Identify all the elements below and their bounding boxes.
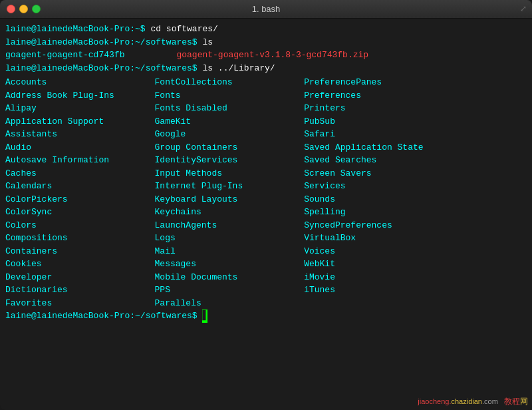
list-item: Audio [5,141,155,154]
list-item: Alipay [5,102,155,115]
list-item: Mail [155,245,305,258]
list-item: iTunes [304,284,527,297]
list-item: Saved Searches [304,154,527,167]
list-item: IdentityServices [155,154,305,167]
column-3: PreferencePanes Preferences Printers Pub… [304,76,527,309]
watermark-label-red: 教程 [504,397,520,406]
prompt-3: laine@lainedeMacBook-Pro:~/softwares$ [5,62,202,75]
file-2: goagent-goagent-v3.1.8-3-gcd743fb.zip [176,49,368,62]
cmd-1: cd softwares/ [150,23,217,36]
list-item: PubSub [304,115,527,128]
list-item: Fonts Disabled [155,102,305,115]
list-item: Safari [304,128,527,141]
list-item: SyncedPreferences [304,219,527,232]
list-item: Spelling [304,206,527,219]
directory-listing: Accounts Address Book Plug-Ins Alipay Ap… [5,76,527,309]
traffic-lights [7,5,41,13]
list-item: Input Methods [155,167,305,180]
minimize-button[interactable] [19,5,28,13]
list-item: VirtualBox [304,232,527,245]
watermark-text-red: jiaocheng. [418,397,451,405]
list-item: Fonts [155,89,305,102]
terminal-content[interactable]: laine@lainedeMacBook-Pro:~$ cd softwares… [0,19,532,410]
list-item: WebKit [304,258,527,271]
cmd-2: ls [202,36,213,49]
terminal-window: 1. bash ⤢ laine@lainedeMacBook-Pro:~$ cd… [0,0,532,410]
list-item: Calendars [5,180,155,193]
list-item: Keyboard Layouts [155,193,305,206]
watermark: jiaocheng.chazidian.com 教程网 [418,396,528,407]
list-item: PPS [155,284,305,297]
list-item: Accounts [5,76,155,89]
list-item [304,297,527,310]
list-item: Group Containers [155,141,305,154]
list-item: Voices [304,245,527,258]
list-item: GameKit [155,115,305,128]
column-1: Accounts Address Book Plug-Ins Alipay Ap… [5,76,155,309]
maximize-button[interactable] [32,5,41,13]
file-1: goagent-goagent-cd743fb [5,49,176,62]
list-item: Dictionaries [5,284,155,297]
list-item: Mobile Documents [155,271,305,284]
window-title: 1. bash [252,4,281,14]
list-item: Screen Savers [304,167,527,180]
list-item: Preferences [304,89,527,102]
list-item: iMovie [304,271,527,284]
list-item: Compositions [5,232,155,245]
watermark-label-yellow: 网 [520,397,528,406]
resize-icon[interactable]: ⤢ [520,4,527,14]
list-item: Saved Application State [304,141,527,154]
close-button[interactable] [7,5,15,13]
list-item: Autosave Information [5,154,155,167]
column-2: FontCollections Fonts Fonts Disabled Gam… [155,76,305,309]
ls-output: goagent-goagent-cd743fb goagent-goagent-… [5,49,527,62]
prompt-1: laine@lainedeMacBook-Pro:~$ [5,23,150,36]
list-item: Keychains [155,206,305,219]
list-item: Application Support [5,115,155,128]
list-item: Developer [5,271,155,284]
prompt-2: laine@lainedeMacBook-Pro:~/softwares$ [5,36,202,49]
list-item: Assistants [5,128,155,141]
list-item: Colors [5,219,155,232]
list-item: Cookies [5,258,155,271]
command-line-3: laine@lainedeMacBook-Pro:~/softwares$ ls… [5,62,527,75]
list-item: Internet Plug-Ins [155,180,305,193]
list-item: PreferencePanes [304,76,527,89]
watermark-text-yellow: chazidian [452,397,482,405]
final-prompt: laine@lainedeMacBook-Pro:~/softwares$ [5,309,202,323]
command-line-2: laine@lainedeMacBook-Pro:~/softwares$ ls [5,36,527,49]
list-item: Parallels [155,297,305,310]
list-item: Containers [5,245,155,258]
list-item: Messages [155,258,305,271]
list-item: Logs [155,232,305,245]
list-item: FontCollections [155,76,305,89]
final-prompt-line: laine@lainedeMacBook-Pro:~/softwares$ ▋ [5,309,527,323]
list-item: Favorites [5,297,155,310]
watermark-text-white: .com [482,397,498,405]
list-item: ColorPickers [5,193,155,206]
list-item: Services [304,180,527,193]
list-item: Address Book Plug-Ins [5,89,155,102]
titlebar: 1. bash ⤢ [0,0,532,19]
list-item: Google [155,128,305,141]
list-item: Printers [304,102,527,115]
list-item: LaunchAgents [155,219,305,232]
list-item: Sounds [304,193,527,206]
cursor: ▋ [202,309,207,323]
list-item: ColorSync [5,206,155,219]
command-line-1: laine@lainedeMacBook-Pro:~$ cd softwares… [5,23,527,36]
list-item: Caches [5,167,155,180]
cmd-3: ls ../Library/ [202,62,275,75]
